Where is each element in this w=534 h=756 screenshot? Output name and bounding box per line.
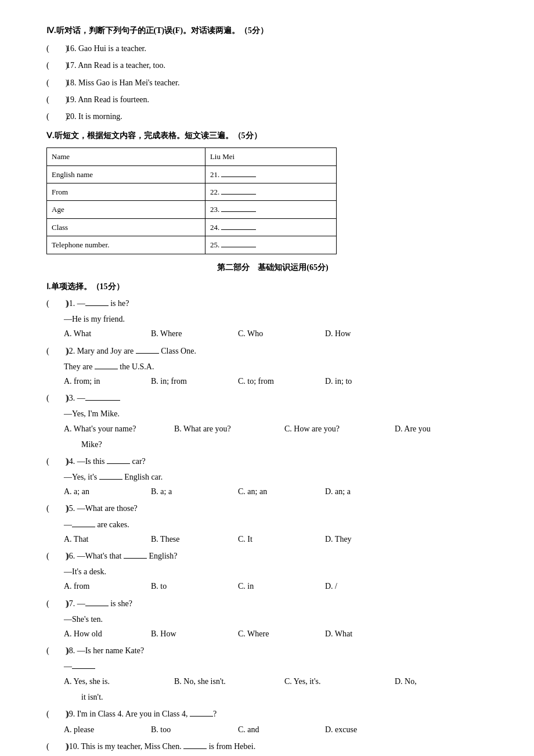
q10-text: )10. This is my teacher, Miss Chen. is f… xyxy=(66,739,255,754)
q16: ( )16. Gao Hui is a teacher. xyxy=(46,41,499,56)
q17-text: 17. Ann Read is a teacher, too. xyxy=(66,58,165,73)
paren-7: ( ) xyxy=(46,596,64,611)
blank-23[interactable] xyxy=(221,211,256,212)
section4-title: Ⅳ.听对话，判断下列句子的正(T)误(F)。对话读两遍。（5分） xyxy=(46,23,499,38)
blank-q1[interactable] xyxy=(85,305,109,306)
q20-text: 20. It is morning. xyxy=(66,109,122,124)
blank-q10[interactable] xyxy=(183,748,207,749)
table-label-name: Name xyxy=(47,148,205,165)
q4-text2: —Yes, it's English car. xyxy=(64,470,499,484)
q4-optC: C. an; an xyxy=(238,484,308,499)
q3: ( ) )3. — —Yes, I'm Mike. A. What's your… xyxy=(46,391,499,452)
q7-text1: )7. — is she? xyxy=(66,596,132,611)
table-value-phone: 25. xyxy=(205,236,336,254)
q6-optC: C. in xyxy=(238,579,308,593)
q8-optD-cont: it isn't. xyxy=(81,690,499,704)
q19-text: 19. Ann Read is fourteen. xyxy=(66,92,149,107)
table-row-age: Age 23. xyxy=(47,201,337,218)
q5: ( ) )5. —What are those? — are cakes. A.… xyxy=(46,501,499,546)
q7-text2: —She's ten. xyxy=(64,612,499,627)
paren-6: ( ) xyxy=(46,549,64,563)
section-5: Ⅴ.听短文，根据短文内容，完成表格。短文读三遍。（5分） Name Liu Me… xyxy=(46,128,499,254)
q1: ( ) )1. — is he? —He is my friend. A. Wh… xyxy=(46,296,499,341)
blank-q6[interactable] xyxy=(124,558,147,559)
q18: ( )18. Miss Gao is Han Mei's teacher. xyxy=(46,75,499,90)
blank-q9[interactable] xyxy=(190,716,213,717)
q3-optD: D. Are you xyxy=(395,422,488,436)
q4-optD: D. an; a xyxy=(325,484,395,499)
q7-optA: A. How old xyxy=(64,627,134,641)
paren-9: ( ) xyxy=(46,707,64,721)
q8-optB: B. No, she isn't. xyxy=(174,674,267,689)
q2: ( ) )2. Mary and Joy are Class One. They… xyxy=(46,344,499,389)
q6-options: A. from B. to C. in D. / xyxy=(64,579,499,593)
table-label-english-name: English name xyxy=(47,165,205,183)
paren-2: ( ) xyxy=(46,344,64,358)
blank-q4b[interactable] xyxy=(99,479,122,480)
q3-optA: A. What's your name? xyxy=(64,422,157,436)
blank-q3[interactable] xyxy=(85,400,120,401)
q5-optA: A. That xyxy=(64,532,134,546)
paren-8: ( ) xyxy=(46,643,64,658)
q7-optB: B. How xyxy=(151,627,221,641)
q9-optA: A. please xyxy=(64,722,134,737)
listening-table: Name Liu Mei English name 21. From 22. A… xyxy=(46,147,337,254)
blank-q8[interactable] xyxy=(72,668,95,669)
table-label-phone: Telephone number. xyxy=(47,236,205,254)
table-value-english-name: 21. xyxy=(205,165,336,183)
blank-22[interactable] xyxy=(221,194,256,195)
blank-21[interactable] xyxy=(221,177,256,177)
q9-text: )9. I'm in Class 4. Are you in Class 4, … xyxy=(66,707,217,721)
q4-text1: )4. —Is this car? xyxy=(66,454,146,469)
q2-optB: B. in; from xyxy=(151,374,221,388)
q2-text2: They are the U.S.A. xyxy=(64,359,499,374)
q4: ( ) )4. —Is this car? —Yes, it's English… xyxy=(46,454,499,499)
table-value-from: 22. xyxy=(205,183,336,201)
q1-optD: D. How xyxy=(325,326,395,341)
q8-optA: A. Yes, she is. xyxy=(64,674,157,689)
blank-q4a[interactable] xyxy=(107,463,130,464)
table-value-class: 24. xyxy=(205,218,336,236)
q17: ( )17. Ann Read is a teacher, too. xyxy=(46,58,499,73)
paren-20: ( ) xyxy=(46,109,64,124)
q1-optB: B. Where xyxy=(151,326,221,341)
q1-optC: C. Who xyxy=(238,326,308,341)
q18-text: 18. Miss Gao is Han Mei's teacher. xyxy=(66,75,179,90)
table-label-from: From xyxy=(47,183,205,201)
table-row-phone: Telephone number. 25. xyxy=(47,236,337,254)
blank-q2a[interactable] xyxy=(136,353,159,354)
table-row-class: Class 24. xyxy=(47,218,337,236)
q5-optC: C. It xyxy=(238,532,308,546)
q5-options: A. That B. These C. It D. They xyxy=(64,532,499,546)
q4-options: A. a; an B. a; a C. an; an D. an; a xyxy=(64,484,499,499)
table-row-english-name: English name 21. xyxy=(47,165,337,183)
q4-optB: B. a; a xyxy=(151,484,221,499)
q6-text2: —It's a desk. xyxy=(64,564,499,579)
q7-optC: C. Where xyxy=(238,627,308,641)
blank-24[interactable] xyxy=(221,229,256,230)
q3-answer: —Yes, I'm Mike. xyxy=(64,406,499,421)
q3-optB: B. What are you? xyxy=(174,422,267,436)
blank-q7[interactable] xyxy=(85,606,109,606)
q2-optC: C. to; from xyxy=(238,374,308,388)
paren-3: ( ) xyxy=(46,391,64,405)
paren-19: ( ) xyxy=(46,92,64,107)
q16-text: 16. Gao Hui is a teacher. xyxy=(66,41,146,56)
q2-text1: )2. Mary and Joy are Class One. xyxy=(66,344,196,358)
q7-options: A. How old B. How C. Where D. What xyxy=(64,627,499,641)
q6-optB: B. to xyxy=(151,579,221,593)
q5-optB: B. These xyxy=(151,532,221,546)
table-value-age: 23. xyxy=(205,201,336,218)
paren-4: ( ) xyxy=(46,454,64,469)
q20: ( )20. It is morning. xyxy=(46,109,499,124)
blank-25[interactable] xyxy=(221,247,256,247)
table-row-from: From 22. xyxy=(47,183,337,201)
paren-18: ( ) xyxy=(46,75,64,90)
q9-options: A. please B. too C. and D. excuse xyxy=(64,722,499,737)
blank-q2b[interactable] xyxy=(95,369,118,369)
q9-optD: D. excuse xyxy=(325,722,395,737)
paren-17: ( ) xyxy=(46,58,64,73)
q2-optA: A. from; in xyxy=(64,374,134,388)
blank-q5[interactable] xyxy=(72,527,95,527)
q1-optA: A. What xyxy=(64,326,134,341)
